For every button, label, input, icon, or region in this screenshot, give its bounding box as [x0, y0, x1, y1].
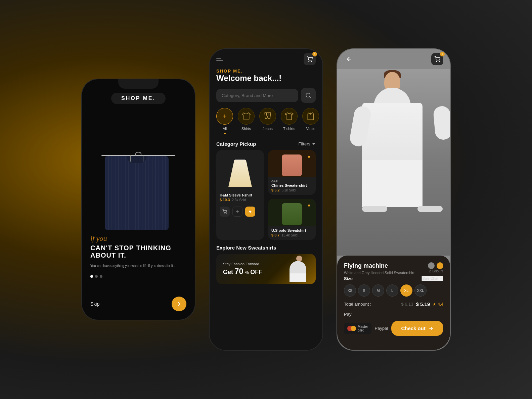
mastercard-button[interactable]: Master card: [344, 323, 371, 334]
promo-banner[interactable]: Stay Fashion Forward Get 70 % OFF: [216, 254, 316, 284]
plus-icon: +: [223, 113, 227, 120]
product-2-info: GAP Chines Sweatershirt $ 5.2 5.2k Sold: [268, 177, 316, 195]
total-amount-label: Total amount :: [344, 302, 371, 307]
color-swatch-gray[interactable]: [428, 262, 435, 269]
dot-1: [90, 275, 93, 278]
product-3-meta: $ 3.7 13.4k Sold: [271, 233, 312, 237]
search-button[interactable]: [301, 88, 316, 103]
product-img-poncho: [216, 150, 264, 190]
category-tshirts[interactable]: T-shirts: [281, 108, 298, 131]
category-shirts[interactable]: Shirts: [238, 108, 255, 131]
hanger-arms: [130, 156, 143, 162]
category-all-label: All: [223, 127, 227, 131]
cart-icon: [307, 56, 313, 62]
svg-point-7: [436, 61, 437, 62]
dot-2: [95, 275, 98, 278]
svg-point-8: [439, 61, 440, 62]
color-swatch-orange[interactable]: [437, 262, 443, 269]
product-3-price: $ 3.7: [271, 233, 279, 237]
arrow-right-icon: [176, 301, 182, 307]
cart-button-3[interactable]: 1: [431, 53, 443, 65]
cart-add-icon: [222, 209, 227, 214]
checkout-button[interactable]: Check out: [391, 321, 443, 336]
product-1-name: H&M Sleeve t-shirt: [220, 193, 261, 197]
checkout-label: Check out: [401, 325, 426, 331]
pay-label: Pay: [344, 312, 443, 317]
promo-model-figure: [287, 255, 309, 283]
total-row: Total amount : $ 6.13 $ 5.19 ★ 4.4: [344, 301, 443, 307]
add-button-1[interactable]: +: [232, 207, 242, 217]
promo-get-text: Get: [223, 269, 233, 276]
wishlist-button-1[interactable]: ♥: [245, 207, 255, 217]
size-xxl[interactable]: XXL: [414, 284, 427, 297]
tagline-bold2: ABOUT IT.: [90, 252, 186, 259]
product-3-info: U.S polo Sweatshirt $ 3.7 13.4k Sold: [268, 226, 316, 240]
category-pickup-header: Category Pickup Filters: [210, 139, 322, 150]
heart-icon-1: ♥: [249, 209, 252, 214]
cart-icon-button[interactable]: 1: [304, 53, 316, 65]
product-card-poncho[interactable]: H&M Sleeve t-shirt $ 10.3 2.3k Sold +: [216, 150, 264, 240]
plus-icon-1: +: [236, 209, 239, 215]
product-1-sold: 2.3k Sold: [232, 198, 246, 202]
skip-button[interactable]: Skip: [90, 301, 99, 307]
product-2-name: Chines Sweatershirt: [271, 183, 312, 187]
next-arrow-button[interactable]: [172, 297, 186, 311]
size-s[interactable]: S: [358, 284, 370, 297]
product-rating: ★ 4.4: [433, 302, 443, 307]
category-active-dot: [224, 133, 226, 134]
size-l[interactable]: L: [386, 284, 398, 297]
dot-3: [100, 275, 102, 278]
cart-count-badge: 1: [312, 52, 317, 56]
explore-section: Explore New Sweatshirts Stay Fashion For…: [210, 245, 322, 289]
category-all-icon: +: [216, 108, 233, 125]
size-xs[interactable]: XS: [344, 284, 356, 297]
svg-point-0: [309, 61, 309, 62]
category-shirts-label: Shirts: [241, 127, 251, 131]
category-tshirts-label: T-shirts: [283, 127, 295, 131]
notch-1: [118, 79, 159, 89]
color-swatches: [428, 262, 443, 269]
phone-2-statusbar: 1: [210, 49, 322, 65]
rating-value: 4.4: [438, 302, 443, 307]
product-2-price: $ 5.2: [271, 188, 279, 192]
hamburger-line-1: [216, 58, 221, 58]
model-shoe-right: [417, 206, 443, 212]
category-vests[interactable]: Vests: [302, 108, 319, 131]
size-chart-button[interactable]: Size Chat: [422, 276, 443, 281]
model-shoe-left: [362, 206, 387, 212]
product-1-actions: + ♥: [216, 205, 264, 220]
hamburger-menu-icon[interactable]: [216, 58, 223, 60]
search-icon: [305, 92, 311, 98]
filter-button[interactable]: Filters: [299, 141, 316, 146]
detail-top-row: Flying machine: [344, 262, 443, 269]
model-pants: [362, 160, 423, 207]
product-card-green[interactable]: ♥ U.S polo Sweatshirt $ 3.7 13.4k Sold: [268, 199, 316, 240]
product-card-pink[interactable]: ♥ GAP Chines Sweatershirt $ 5.2 5.2k Sol…: [268, 150, 316, 195]
product-2-meta: $ 5.2 5.2k Sold: [271, 188, 312, 192]
category-all[interactable]: + All: [216, 108, 233, 134]
phone-3-detail: 1: [337, 48, 451, 351]
back-arrow-icon: [346, 56, 353, 62]
category-vests-icon-wrap: [302, 108, 319, 125]
product-2-sold: 5.2k Sold: [281, 188, 296, 192]
phone-3-topnav: 1: [337, 49, 450, 69]
right-products-column: ♥ GAP Chines Sweatershirt $ 5.2 5.2k Sol…: [268, 150, 316, 240]
product-detail-card: Flying machine White and Grey Hooded Sol…: [337, 256, 450, 350]
heart-badge-2: ♥: [305, 153, 313, 161]
product-img-pink: ♥: [268, 150, 316, 177]
heart-badge-3: ♥: [305, 202, 313, 210]
search-input[interactable]: [216, 89, 298, 102]
size-m[interactable]: M: [372, 284, 384, 297]
promo-stay-text: Stay Fashion Forward: [223, 262, 287, 266]
sweater-garment: [105, 156, 169, 230]
tagline-italic: if you: [90, 234, 186, 243]
category-jeans[interactable]: Jeans: [259, 108, 276, 131]
promo-off: OFF: [250, 269, 262, 276]
back-button[interactable]: [344, 54, 355, 64]
phone-1-subtext: You can have anything you want in life i…: [90, 263, 186, 268]
cart-count-badge-3: 1: [440, 52, 445, 56]
paypal-button[interactable]: Paypal: [375, 326, 388, 331]
welcome-text: Welcome back...!: [216, 74, 316, 83]
add-to-cart-1[interactable]: [220, 207, 230, 217]
size-xl[interactable]: XL: [400, 284, 412, 297]
